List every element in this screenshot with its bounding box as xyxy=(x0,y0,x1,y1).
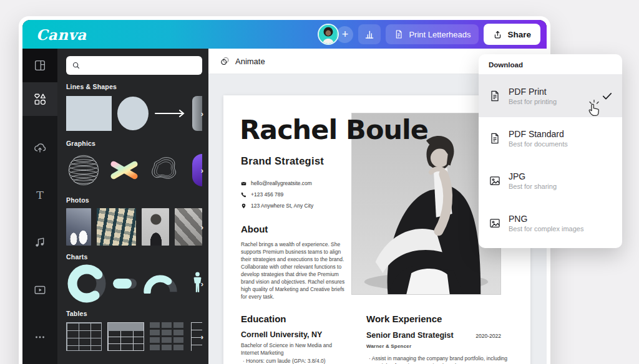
menu-item-jpg[interactable]: JPG Best for sharing xyxy=(479,160,622,202)
about-heading[interactable]: About xyxy=(241,224,268,234)
menu-item-pdf-standard[interactable]: PDF Standard Best for documents xyxy=(479,117,622,160)
canva-logo[interactable]: Canva xyxy=(36,26,87,43)
chevron-right-icon[interactable]: › xyxy=(201,166,203,175)
donut-chart-tile[interactable] xyxy=(66,266,107,302)
share-button[interactable]: Share xyxy=(484,24,540,45)
video-icon xyxy=(33,283,47,297)
print-letterheads-button[interactable]: Print Letterheads xyxy=(386,24,479,44)
document-icon xyxy=(394,29,404,39)
resume-name[interactable]: Rachel Boule xyxy=(240,114,428,145)
menu-item-subtitle: Best for complex images xyxy=(509,225,583,232)
photo-thumbnail-building[interactable] xyxy=(97,208,137,246)
insights-button[interactable] xyxy=(358,24,381,44)
image-file-icon xyxy=(489,217,501,229)
contact-address-row: 123 Anywhere St, Any City xyxy=(241,203,313,209)
photos-row: › xyxy=(66,209,202,245)
square-shape-tile[interactable] xyxy=(66,96,112,131)
svg-text:T: T xyxy=(36,189,44,201)
photo-thumbnail-portrait[interactable] xyxy=(142,208,169,246)
sidebar-item-design[interactable] xyxy=(22,49,57,82)
sidebar-item-more[interactable] xyxy=(22,322,57,353)
shapes-icon xyxy=(33,92,47,106)
email-icon xyxy=(241,181,246,186)
elements-panel: Lines & Shapes › Graphics xyxy=(57,49,208,364)
music-note-icon xyxy=(33,236,47,249)
sidebar-item-videos[interactable] xyxy=(22,274,57,305)
add-member-button[interactable]: + xyxy=(336,26,353,43)
menu-item-subtitle: Best for sharing xyxy=(509,183,557,190)
menu-item-pdf-print[interactable]: PDF Print Best for printing xyxy=(479,75,622,117)
work-heading[interactable]: Work Experience xyxy=(366,314,442,324)
resume-title[interactable]: Brand Strategist xyxy=(241,155,324,167)
avatar-image xyxy=(319,25,338,44)
search-icon xyxy=(72,61,80,70)
menu-item-subtitle: Best for printing xyxy=(509,98,557,105)
gauge-chart-tile[interactable] xyxy=(142,266,178,302)
work-bullet[interactable]: · Assist in managing the company brand p… xyxy=(369,355,512,364)
education-honors[interactable]: · Honors: cum laude (GPA: 3.8/4.0) xyxy=(243,358,326,364)
work-dates[interactable]: 2020-2022 xyxy=(366,333,501,339)
text-icon: T xyxy=(33,188,47,202)
rainbow-asterisk-graphic[interactable] xyxy=(107,152,142,188)
work-company[interactable]: Warner & Spencer xyxy=(366,343,411,350)
table-thumbnail-filled[interactable] xyxy=(150,322,185,351)
download-menu: Download PDF Print Best for printing PDF… xyxy=(479,54,622,248)
about-paragraph[interactable]: Rachel brings a wealth of experience. Sh… xyxy=(241,241,349,300)
animate-button[interactable]: Animate xyxy=(235,57,265,66)
circle-shape-tile[interactable] xyxy=(117,97,148,130)
sidebar-item-audio[interactable] xyxy=(22,227,57,258)
education-degree[interactable]: Bachelor of Science in New Media and Int… xyxy=(241,342,343,357)
contact-phone: +123 456 789 xyxy=(251,191,283,198)
search-bar[interactable] xyxy=(66,56,202,75)
menu-item-title: PDF Standard xyxy=(509,129,568,139)
menu-item-title: PDF Print xyxy=(509,87,557,97)
contact-email-row: hello@reallygreatsite.com xyxy=(241,180,313,186)
bar-chart-icon xyxy=(364,29,375,40)
menu-item-title: JPG xyxy=(509,171,557,181)
topbar-actions: + Print L xyxy=(318,24,540,45)
progress-bar-tile[interactable] xyxy=(113,279,137,289)
section-label-photos: Photos xyxy=(66,196,202,204)
chevron-right-icon[interactable]: › xyxy=(201,332,203,342)
contact-email: hello@reallygreatsite.com xyxy=(251,180,312,186)
graphics-row: › xyxy=(66,152,202,188)
animate-icon xyxy=(220,56,230,67)
location-icon xyxy=(241,203,246,209)
sidebar-rail: T xyxy=(22,49,57,364)
avatar[interactable] xyxy=(318,24,339,45)
table-thumbnail-header[interactable] xyxy=(107,322,144,351)
photo-thumbnail-shadows[interactable] xyxy=(175,208,202,246)
pdf-file-icon xyxy=(489,132,501,145)
top-bar: Canva + xyxy=(22,20,547,49)
chevron-right-icon[interactable]: › xyxy=(201,279,203,289)
wireframe-sphere-graphic[interactable] xyxy=(66,152,101,188)
sidebar-item-text[interactable]: T xyxy=(22,180,57,211)
education-school[interactable]: Cornell University, NY xyxy=(241,330,322,339)
check-icon xyxy=(601,90,613,102)
chevron-right-icon[interactable]: › xyxy=(201,109,203,118)
section-label-lines-shapes: Lines & Shapes xyxy=(66,83,202,90)
arrow-shape-tile[interactable] xyxy=(154,96,187,131)
pdf-file-icon xyxy=(489,90,501,102)
section-label-tables: Tables xyxy=(66,310,202,317)
tables-row: › xyxy=(66,322,202,351)
download-menu-header: Download xyxy=(479,54,622,75)
sidebar-item-uploads[interactable] xyxy=(22,132,57,163)
share-label: Share xyxy=(507,30,531,39)
particle-blob-graphic[interactable] xyxy=(147,152,182,188)
print-letterheads-label: Print Letterheads xyxy=(409,30,471,39)
phone-icon xyxy=(241,192,246,198)
education-heading[interactable]: Education xyxy=(241,314,286,324)
table-thumbnail-grid[interactable] xyxy=(66,322,102,351)
menu-item-png[interactable]: PNG Best for complex images xyxy=(479,202,622,244)
search-input[interactable] xyxy=(84,60,197,70)
charts-row: › xyxy=(66,266,202,302)
contact-address: 123 Anywhere St, Any City xyxy=(251,203,313,209)
contact-phone-row: +123 456 789 xyxy=(241,191,313,198)
cloud-upload-icon xyxy=(33,141,47,155)
sidebar-item-elements[interactable] xyxy=(22,82,57,116)
resume-contact-block[interactable]: hello@reallygreatsite.com +123 456 789 xyxy=(241,180,313,209)
photo-thumbnail-people[interactable] xyxy=(66,208,91,246)
menu-item-subtitle: Best for documents xyxy=(509,140,568,148)
chevron-right-icon[interactable]: › xyxy=(201,223,203,232)
